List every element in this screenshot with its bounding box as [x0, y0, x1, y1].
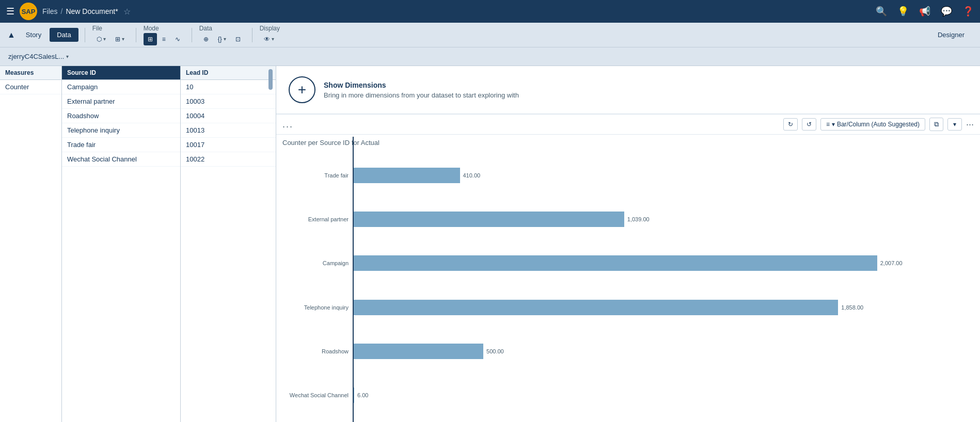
sourceid-row-3[interactable]: Telephone inquiry: [62, 123, 180, 138]
leadid-row-5: 10022: [181, 152, 276, 167]
counter-cell[interactable]: Counter: [0, 80, 61, 94]
data-add-btn[interactable]: ⊕: [199, 33, 213, 45]
breadcrumb-separator: /: [61, 7, 63, 15]
show-dimensions-panel: + Show Dimensions Bring in more dimensio…: [276, 66, 980, 115]
bar-row: Telephone inquiry1,858.00: [281, 300, 970, 315]
bar-fill[interactable]: [353, 344, 483, 359]
toolbar-group-mode: Mode ⊞ ≡ ∿: [144, 25, 184, 45]
chart-copy-btn[interactable]: ⧉: [929, 118, 943, 131]
star-icon[interactable]: ☆: [123, 7, 131, 17]
breadcrumb-files[interactable]: Files: [42, 7, 58, 15]
sourceid-header[interactable]: Source ID: [62, 66, 180, 80]
bar-container: 6.00: [353, 387, 970, 403]
data-export-btn[interactable]: ⊡: [231, 33, 245, 45]
top-bar: ☰ SAP Files / New Document* ☆ 🔍 💡 📢 💬 ❓: [0, 0, 980, 23]
megaphone-icon[interactable]: 📢: [919, 6, 930, 17]
bar-row: Roadshow500.00: [281, 344, 970, 359]
tab-group: Story Data: [19, 28, 78, 42]
leadid-row-4: 10017: [181, 138, 276, 152]
hamburger-icon[interactable]: ☰: [6, 6, 14, 17]
divider-4: [252, 28, 252, 42]
tab-story[interactable]: Story: [19, 28, 49, 42]
chart-refresh-btn[interactable]: ↻: [783, 118, 798, 131]
chart-type-icon: ≡: [826, 121, 830, 128]
bar-value: 500.00: [486, 348, 504, 354]
display-eye-btn[interactable]: 👁 ▾: [260, 33, 278, 45]
bar-value: 1,858.00: [841, 304, 863, 311]
datasource-chevron: ▾: [66, 54, 69, 59]
bar-label: Telephone inquiry: [281, 304, 349, 311]
chart-area: ... ↻ ↺ ≡ ▾ Bar/Column (Auto Suggested) …: [276, 115, 980, 422]
bar-fill[interactable]: [353, 168, 460, 183]
sourceid-row-4[interactable]: Trade fair: [62, 138, 180, 152]
file-icon-btn2[interactable]: ⊞ ▾: [111, 33, 129, 45]
bar-container: 410.00: [353, 168, 970, 183]
breadcrumb-current[interactable]: New Document*: [66, 7, 118, 15]
show-dimensions-title: Show Dimensions: [324, 81, 519, 89]
toolbar: ▲ Story Data File ⬡ ▾ ⊞ ▾ Mode ⊞ ≡ ∿ Dat…: [0, 23, 980, 47]
bar-label: Trade fair: [281, 172, 349, 178]
bar-container: 1,039.00: [353, 212, 970, 227]
chart-reset-btn[interactable]: ↺: [802, 118, 816, 131]
sap-logo: SAP: [20, 3, 37, 20]
sourceid-column: Source ID Campaign External partner Road…: [62, 66, 181, 422]
search-icon[interactable]: 🔍: [876, 6, 887, 17]
bar-label: Campaign: [281, 260, 349, 266]
show-dimensions-subtitle: Bring in more dimensions from your datas…: [324, 91, 519, 99]
chart-more-btn[interactable]: ···: [966, 119, 974, 130]
toolbar-group-data: Data ⊕ {} ▾ ⊡: [199, 25, 245, 45]
leadid-row-3: 10013: [181, 123, 276, 138]
bar-chart: Trade fair410.00External partner1,039.00…: [276, 149, 980, 422]
mode-chart-btn[interactable]: ∿: [171, 33, 184, 45]
leadid-column: Lead ID 10 10003 10004 10013 10017 10022: [181, 66, 276, 422]
chart-type-label: Bar/Column (Auto Suggested): [837, 121, 920, 128]
toolbar-group-display: Display 👁 ▾: [260, 25, 280, 45]
add-dimension-button[interactable]: +: [289, 76, 315, 103]
bar-fill[interactable]: [353, 255, 877, 271]
toolbar-collapse-btn[interactable]: ▲: [4, 27, 19, 43]
right-panel: + Show Dimensions Bring in more dimensio…: [276, 66, 980, 422]
leadid-header[interactable]: Lead ID: [181, 66, 276, 80]
bar-label: Roadshow: [281, 348, 349, 354]
toolbar-group-file: File ⬡ ▾ ⊞ ▾: [92, 25, 129, 45]
left-panel: Measures Counter Source ID Campaign Exte…: [0, 66, 276, 422]
designer-button[interactable]: Designer: [930, 28, 972, 41]
bar-container: 1,858.00: [353, 300, 970, 315]
leadid-row-2: 10004: [181, 109, 276, 123]
data-code-btn[interactable]: {} ▾: [214, 33, 230, 45]
main-area: Measures Counter Source ID Campaign Exte…: [0, 66, 980, 422]
chart-ellipsis: ...: [282, 119, 293, 130]
bar-row: Campaign2,007.00: [281, 255, 970, 271]
file-icon-btn1[interactable]: ⬡ ▾: [92, 33, 110, 45]
top-icons: 🔍 💡 📢 💬 ❓: [876, 6, 974, 17]
scroll-indicator: [268, 69, 273, 90]
bar-value: 1,039.00: [627, 216, 650, 222]
chart-type-selector[interactable]: ≡ ▾ Bar/Column (Auto Suggested): [820, 118, 925, 131]
mode-grid-btn[interactable]: ⊞: [144, 33, 157, 45]
show-dimensions-text: Show Dimensions Bring in more dimensions…: [324, 81, 519, 99]
bar-label: Wechat Social Channel: [281, 392, 349, 398]
sourceid-row-1[interactable]: External partner: [62, 94, 180, 109]
bar-fill[interactable]: [353, 212, 624, 227]
bar-value: 6.00: [357, 392, 368, 398]
leadid-row-0: 10: [181, 80, 276, 94]
mode-list-btn[interactable]: ≡: [158, 33, 170, 45]
bar-label: External partner: [281, 216, 349, 222]
chart-expand-btn[interactable]: ▾: [947, 118, 962, 131]
bar-fill[interactable]: [353, 300, 838, 315]
lightbulb-icon[interactable]: 💡: [897, 6, 909, 17]
sourceid-row-5[interactable]: Wechat Social Channel: [62, 152, 180, 167]
breadcrumb: Files / New Document* ☆: [42, 7, 871, 17]
sub-toolbar: zjerryC4CSalesL... ▾: [0, 47, 980, 66]
sourceid-row-0[interactable]: Campaign: [62, 80, 180, 94]
bar-axis: [353, 356, 354, 422]
datasource-dropdown[interactable]: zjerryC4CSalesL... ▾: [4, 51, 73, 62]
sourceid-row-2[interactable]: Roadshow: [62, 109, 180, 123]
bar-value: 2,007.00: [880, 260, 903, 266]
chat-icon[interactable]: 💬: [941, 6, 952, 17]
help-icon[interactable]: ❓: [962, 6, 974, 17]
tab-data[interactable]: Data: [50, 28, 78, 42]
data-table: Measures Counter Source ID Campaign Exte…: [0, 66, 276, 422]
chart-type-dropdown-icon: ▾: [832, 121, 835, 128]
divider-2: [136, 28, 136, 42]
